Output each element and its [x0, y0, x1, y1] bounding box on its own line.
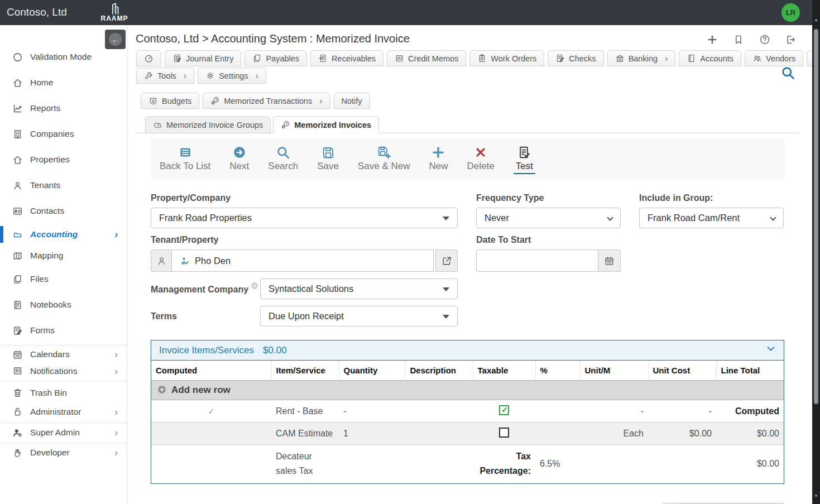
sidebar-item-label: Calendars	[30, 349, 70, 359]
search-button[interactable]: Search	[268, 145, 298, 174]
tab-vendors[interactable]: Vendors	[745, 50, 803, 66]
frequency-type-select[interactable]: Never	[476, 208, 621, 228]
tab-receivables[interactable]: Receivables	[310, 50, 383, 66]
column-header-taxable: Taxable	[473, 361, 535, 381]
tab-reports[interactable]: Reports	[807, 50, 812, 66]
sidebar-item-tenants[interactable]: Tenants	[0, 172, 127, 198]
tab-icon	[144, 54, 154, 63]
header-actions	[707, 34, 797, 45]
sidebar-item-label: Forms	[30, 325, 55, 335]
chevron-right-icon	[114, 407, 118, 417]
scroll-down-icon[interactable]: ▼	[812, 492, 820, 501]
tab-dashboard[interactable]	[136, 50, 161, 66]
vertical-scrollbar[interactable]: ▲ ▼	[812, 0, 820, 504]
tab-memorized-invoices[interactable]: Memorized Invoices	[273, 116, 379, 133]
date-to-start-input[interactable]	[476, 249, 598, 272]
tax-percent-value: 6.5%	[535, 445, 580, 484]
scrollbar-thumb[interactable]	[814, 29, 818, 404]
management-company-dropdown[interactable]: Syntactical Solutions	[260, 279, 458, 299]
taxable-checkbox[interactable]	[499, 428, 509, 438]
sidebar-item-forms[interactable]: Forms	[0, 318, 127, 343]
tab-budgets[interactable]: Budgets	[141, 93, 199, 109]
tab-payables[interactable]: Payables	[244, 50, 307, 66]
tab-credit-memos[interactable]: Credit Memos	[387, 50, 466, 66]
scroll-up-icon[interactable]: ▲	[812, 16, 820, 25]
subtabs: Memorized Invoice Groups Memorized Invoi…	[136, 116, 799, 133]
global-search-icon[interactable]	[780, 65, 795, 83]
invoice-item-row-cam-estimate[interactable]: CAM Estimate 1 Each $0.00 $0.00	[151, 423, 784, 445]
delete-button[interactable]: Delete	[467, 145, 495, 174]
tab-tools[interactable]: Tools	[136, 68, 194, 84]
breadcrumb: Contoso, Ltd > Accounting System : Memor…	[136, 32, 410, 45]
unit-cost-cell	[648, 445, 716, 484]
invoice-item-row-sales-tax[interactable]: Decateur sales Tax Tax Percentage: 6.5% …	[151, 445, 784, 484]
tab-settings[interactable]: Settings	[198, 68, 266, 84]
invoice-item-row-rent-base[interactable]: ✓ Rent - Base - - - Computed	[151, 400, 784, 423]
percent-cell	[535, 423, 580, 445]
sidebar-item-label: Mapping	[30, 251, 63, 261]
next-button[interactable]: Next	[229, 145, 249, 174]
sidebar-item-notifications[interactable]: Notifications	[0, 362, 127, 380]
info-icon[interactable]	[251, 280, 258, 292]
tab-banking[interactable]: Banking	[607, 50, 676, 66]
raamp-logo[interactable]: RAAMP	[95, 2, 134, 22]
raamp-logo-text: RAAMP	[95, 15, 134, 22]
date-picker-button[interactable]	[598, 249, 621, 272]
add-icon[interactable]	[707, 34, 718, 45]
toolbar-button-label: New	[429, 161, 448, 172]
taxable-checkbox[interactable]	[499, 405, 509, 415]
add-new-row-button[interactable]: Add new row	[151, 381, 784, 400]
sidebar-item-label: Home	[30, 78, 53, 88]
management-company-label: Management Company	[151, 279, 260, 299]
add-new-row-label: Add new row	[171, 385, 231, 395]
property-company-dropdown[interactable]: Frank Road Properties	[151, 208, 458, 228]
sidebar-item-calendars[interactable]: Calendars	[0, 345, 127, 362]
sidebar-item-companies[interactable]: Companies	[0, 121, 127, 147]
sidebar-item-label: Notebooks	[30, 300, 71, 310]
tab-checks[interactable]: Checks	[548, 50, 603, 66]
sidebar-item-icon	[12, 428, 23, 438]
back-to-list-button[interactable]: Back To List	[160, 145, 210, 174]
percent-cell	[535, 400, 580, 423]
tenant-property-dropdown[interactable]: Pho Den	[172, 249, 434, 272]
save-and-new-button[interactable]: Save & New	[358, 145, 410, 174]
tab-label: Memorized Invoice Groups	[166, 121, 263, 129]
sidebar-item-developer[interactable]: Developer	[0, 443, 127, 461]
tab-notify[interactable]: Notify	[334, 93, 370, 109]
column-header-item-service: Item/Service	[271, 361, 339, 381]
column-header-unit-cost: Unit Cost	[648, 361, 716, 381]
sidebar-item-contacts[interactable]: Contacts	[0, 198, 127, 224]
help-icon[interactable]	[759, 34, 770, 45]
sidebar-item-properties[interactable]: Properties	[0, 147, 127, 172]
tab-work-orders[interactable]: Work Orders	[469, 50, 544, 66]
bookmark-icon[interactable]	[733, 34, 744, 45]
sidebar-item-mapping[interactable]: Mapping	[0, 245, 127, 266]
top-bar: Contoso, Ltd RAAMP LR	[0, 0, 820, 25]
sidebar-item-notebooks[interactable]: Notebooks	[0, 292, 127, 318]
sidebar-item-administrator[interactable]: Administrator	[0, 402, 127, 421]
sidebar-item-files[interactable]: Files	[0, 266, 127, 292]
tenant-addon-button[interactable]	[151, 249, 172, 272]
save-button[interactable]: Save	[317, 145, 339, 174]
sign-out-icon[interactable]	[785, 34, 797, 45]
tab-accounts[interactable]: Accounts	[679, 50, 741, 66]
sidebar-item-home[interactable]: Home	[0, 70, 127, 95]
user-avatar[interactable]: LR	[781, 3, 800, 22]
include-in-group-select[interactable]: Frank Road Cam/Rent	[639, 208, 784, 228]
sidebar-item-trash-bin[interactable]: Trash Bin	[0, 381, 127, 402]
new-button[interactable]: New	[429, 145, 448, 174]
test-button[interactable]: Test	[514, 145, 535, 174]
tab-journal-entry[interactable]: Journal Entry	[165, 50, 241, 66]
collapse-section-icon[interactable]	[766, 344, 776, 357]
tab-memorized-transactions[interactable]: Memorized Transactions	[203, 93, 330, 109]
sidebar-item-reports[interactable]: Reports	[0, 95, 127, 121]
sidebar-item-accounting[interactable]: Accounting	[0, 224, 127, 245]
invoice-items-header[interactable]: Invoice Items/Services $0.00	[151, 340, 784, 361]
back-button[interactable]: ←	[105, 30, 126, 49]
sidebar-item-super-admin[interactable]: Super Admin	[0, 423, 127, 441]
sidebar-item-icon	[12, 103, 23, 114]
sidebar-item-icon	[12, 325, 23, 336]
tab-memorized-invoice-groups[interactable]: Memorized Invoice Groups	[145, 116, 271, 133]
open-tenant-button[interactable]	[435, 249, 458, 272]
terms-dropdown[interactable]: Due Upon Receipt	[260, 306, 458, 327]
